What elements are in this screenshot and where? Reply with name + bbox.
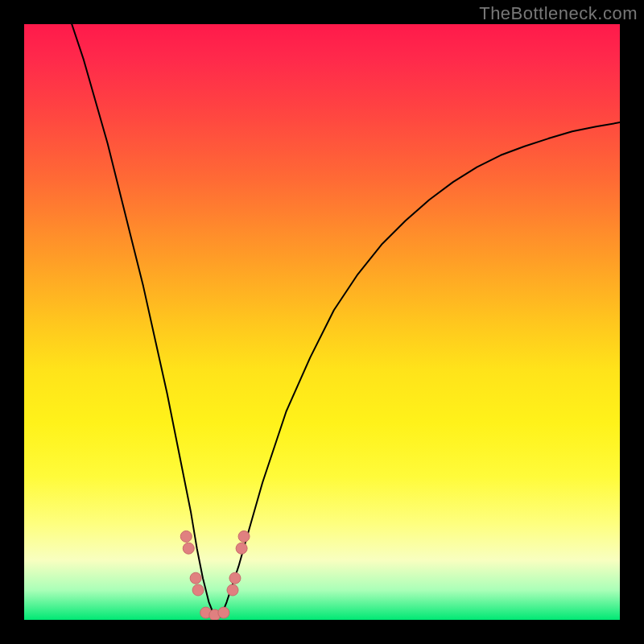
plot-area bbox=[24, 24, 620, 620]
svg-point-2 bbox=[190, 572, 201, 584]
curve-layer bbox=[24, 24, 620, 620]
curve-path bbox=[72, 24, 620, 617]
svg-point-1 bbox=[183, 543, 194, 554]
svg-point-8 bbox=[229, 572, 241, 584]
svg-point-0 bbox=[180, 530, 192, 542]
svg-point-10 bbox=[238, 530, 250, 542]
svg-point-7 bbox=[227, 584, 238, 596]
svg-point-6 bbox=[218, 607, 229, 618]
marker-points bbox=[180, 530, 250, 620]
svg-point-9 bbox=[236, 543, 247, 554]
chart-stage: TheBottleneck.com bbox=[0, 0, 644, 644]
watermark: TheBottleneck.com bbox=[479, 3, 638, 24]
svg-point-3 bbox=[192, 584, 204, 596]
